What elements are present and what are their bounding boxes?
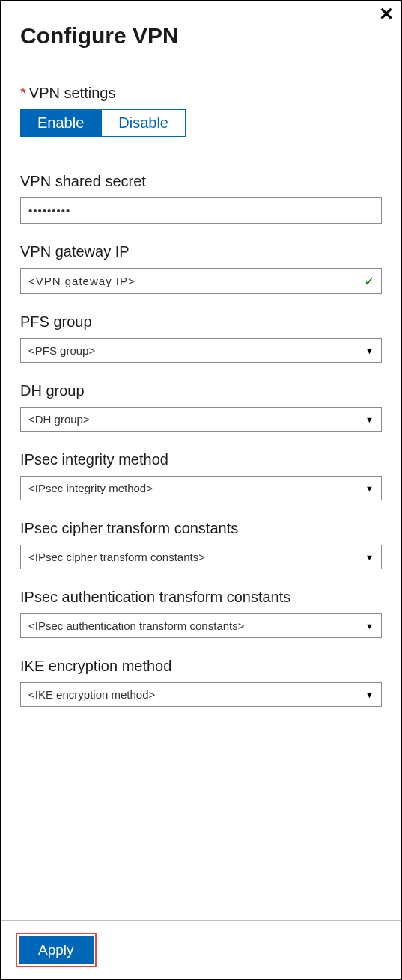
check-icon: ✓ — [364, 273, 375, 290]
close-button[interactable]: ✕ — [379, 5, 394, 23]
close-icon: ✕ — [379, 4, 394, 24]
panel-content: Configure VPN * VPN settings Enable Disa… — [1, 1, 401, 920]
gateway-ip-label: VPN gateway IP — [20, 243, 382, 260]
ike-encrypt-label: IKE encryption method — [20, 658, 382, 675]
pfs-group-label: PFS group — [20, 313, 382, 331]
chevron-down-icon: ▼ — [365, 622, 374, 631]
ipsec-integrity-value: <IPsec integrity method> — [21, 477, 381, 500]
gateway-ip-control: ✓ — [20, 268, 382, 294]
enable-button[interactable]: Enable — [20, 109, 101, 137]
shared-secret-control — [20, 197, 382, 224]
gateway-ip-input[interactable] — [21, 269, 381, 293]
vpn-settings-label: * VPN settings — [20, 85, 382, 102]
ipsec-cipher-label: IPsec cipher transform constants — [20, 520, 382, 537]
pfs-group-value: <PFS group> — [21, 339, 381, 362]
required-asterisk: * — [20, 85, 26, 102]
ipsec-auth-label: IPsec authentication transform constants — [20, 589, 382, 606]
chevron-down-icon: ▼ — [365, 484, 374, 493]
pfs-group-select[interactable]: <PFS group> ▼ — [20, 338, 382, 363]
ike-encrypt-select[interactable]: <IKE encryption method> ▼ — [20, 682, 382, 707]
ipsec-auth-select[interactable]: <IPsec authentication transform constant… — [20, 613, 382, 638]
shared-secret-label: VPN shared secret — [20, 173, 382, 190]
apply-button[interactable]: Apply — [19, 936, 94, 964]
panel-title: Configure VPN — [20, 23, 382, 49]
chevron-down-icon: ▼ — [365, 553, 374, 562]
ipsec-integrity-select[interactable]: <IPsec integrity method> ▼ — [20, 476, 382, 500]
ipsec-cipher-value: <IPsec cipher transform constants> — [21, 545, 381, 569]
shared-secret-input[interactable] — [21, 198, 381, 223]
ipsec-auth-value: <IPsec authentication transform constant… — [21, 614, 381, 637]
ike-encrypt-value: <IKE encryption method> — [21, 683, 381, 706]
dh-group-select[interactable]: <DH group> ▼ — [20, 407, 382, 432]
vpn-settings-toggle: Enable Disable — [20, 109, 382, 137]
chevron-down-icon: ▼ — [365, 415, 374, 424]
chevron-down-icon: ▼ — [365, 346, 374, 355]
vpn-settings-text: VPN settings — [29, 85, 116, 102]
apply-highlight: Apply — [16, 933, 97, 967]
chevron-down-icon: ▼ — [365, 690, 374, 699]
dh-group-label: DH group — [20, 382, 382, 399]
disable-button[interactable]: Disable — [101, 109, 186, 137]
dh-group-value: <DH group> — [21, 408, 381, 431]
ipsec-cipher-select[interactable]: <IPsec cipher transform constants> ▼ — [20, 545, 382, 569]
ipsec-integrity-label: IPsec integrity method — [20, 451, 382, 468]
panel-footer: Apply — [1, 920, 401, 979]
